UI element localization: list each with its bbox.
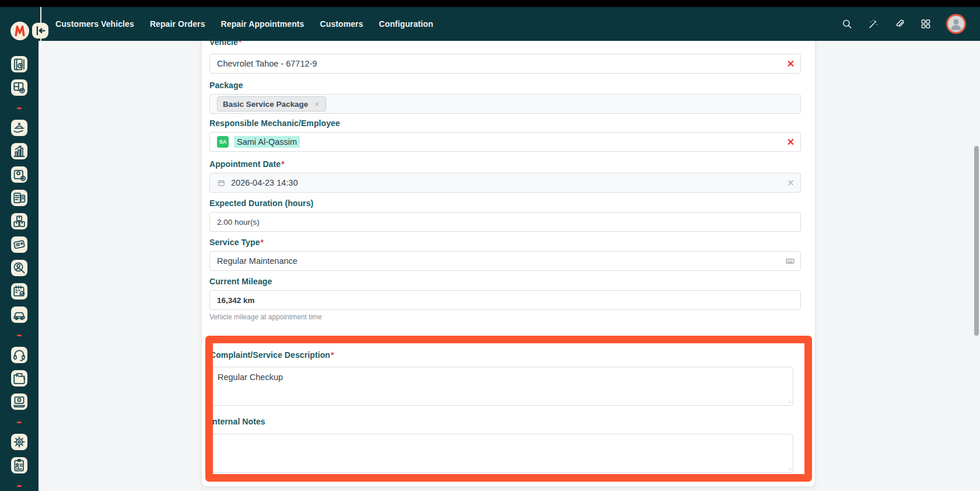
form-card: Vehicle* Chevrolet Tahoe - 67712-9 Packa… [201, 29, 816, 487]
mileage-input[interactable]: 16,342 km [209, 290, 801, 310]
resize-handle-icon[interactable] [785, 465, 792, 471]
app-window: Customers VehiclesRepair OrdersRepair Ap… [0, 0, 980, 491]
sidebar-app-clipboard-calc-icon[interactable] [11, 190, 27, 206]
user-avatar[interactable] [946, 14, 966, 34]
vehicle-clear-icon[interactable] [786, 60, 795, 68]
sidebar-app-calculator-icon[interactable] [11, 79, 27, 96]
mechanic-clear-icon[interactable] [786, 138, 795, 147]
sidebar-app-hand-dish-icon[interactable] [11, 120, 27, 136]
menu-item-customers[interactable]: Customers [320, 19, 363, 29]
appointment-date-input[interactable]: 2026-04-23 14:30 [209, 173, 801, 193]
navbar-actions [841, 7, 966, 41]
mechanic-name: Sami Al-Qassim [234, 136, 300, 148]
window-top-strip [0, 0, 980, 7]
menu-item-repair-appointments[interactable]: Repair Appointments [221, 19, 304, 29]
service-type-label: Service Type* [209, 238, 264, 247]
sidebar-app-notebook-clock-icon[interactable] [11, 56, 27, 72]
menu-item-customers-vehicles[interactable]: Customers Vehicles [55, 19, 134, 29]
top-navbar: Customers VehiclesRepair OrdersRepair Ap… [0, 7, 980, 41]
app-grid-icon-button[interactable] [920, 18, 932, 30]
sidebar-section-divider [17, 107, 22, 109]
menu-item-repair-orders[interactable]: Repair Orders [150, 19, 205, 29]
main-menu: Customers VehiclesRepair OrdersRepair Ap… [55, 7, 433, 41]
mechanic-avatar-badge: SA [217, 136, 229, 148]
mileage-label: Current Mileage [209, 277, 272, 286]
user-avatar-icon [948, 16, 964, 32]
calendar-icon [217, 179, 226, 187]
sidebar-app-person-search-icon[interactable] [11, 260, 27, 276]
brand-logo-glyph [10, 22, 29, 40]
mileage-help-text: Vehicle mileage at appointment time [209, 313, 322, 321]
package-input[interactable]: Basic Service Package [209, 94, 801, 114]
sidebar-app-card-reader-icon[interactable] [11, 236, 27, 253]
app-sidebar [0, 41, 40, 491]
paperclip-icon-button[interactable] [894, 18, 905, 30]
service-type-input[interactable]: Regular Maintenance [209, 251, 801, 271]
complaint-textarea[interactable]: Regular Checkup [210, 367, 793, 406]
sidebar-section-divider [17, 422, 22, 423]
package-tag[interactable]: Basic Service Package [217, 96, 326, 112]
sidebar-app-car-icon[interactable] [11, 307, 27, 323]
internal-notes-label: Internal Notes [210, 417, 265, 426]
sidebar-section-divider [17, 485, 22, 487]
mechanic-label: Responsible Mechanic/Employee [209, 119, 340, 128]
tag-remove-icon[interactable] [314, 101, 320, 107]
duration-label: Expected Duration (hours) [209, 199, 313, 208]
complaint-label: Complaint/Service Description* [210, 350, 334, 360]
vehicle-input[interactable]: Chevrolet Tahoe - 67712-9 [209, 54, 801, 74]
collapse-sidebar-button[interactable] [32, 23, 48, 39]
menu-item-configuration[interactable]: Configuration [379, 19, 433, 29]
internal-notes-textarea[interactable] [210, 434, 793, 473]
resize-handle-icon[interactable] [785, 398, 792, 404]
sidebar-app-chart-bars-icon[interactable] [11, 143, 27, 159]
sidebar-app-headset-icon[interactable] [11, 347, 27, 363]
package-label: Package [209, 81, 243, 90]
sidebar-app-folder-doc-icon[interactable] [11, 370, 27, 386]
duration-input[interactable]: 2.00 hour(s) [209, 212, 801, 232]
window-scrollbar-thumb[interactable] [974, 146, 979, 336]
magic-wand-icon-button[interactable] [867, 18, 879, 30]
collapse-sidebar-icon [32, 23, 48, 39]
appointment-date-label: Appointment Date* [209, 159, 285, 169]
sidebar-app-gear-icon[interactable] [11, 434, 27, 450]
sidebar-section-divider [17, 335, 22, 336]
sidebar-app-laptop-icon[interactable] [11, 394, 27, 410]
keyboard-icon [785, 256, 795, 266]
search-icon-button[interactable] [841, 18, 853, 30]
sidebar-app-scale-plus-icon[interactable] [11, 166, 27, 183]
sidebar-app-boxes-icon[interactable] [11, 213, 27, 229]
mechanic-input[interactable]: SA Sami Al-Qassim [209, 132, 801, 152]
sidebar-app-calendar-check-icon[interactable] [11, 283, 27, 300]
sidebar-app-clipboard-id-icon[interactable] [11, 457, 27, 473]
date-clear-icon[interactable] [786, 179, 795, 187]
brand-logo-icon[interactable] [10, 22, 29, 40]
